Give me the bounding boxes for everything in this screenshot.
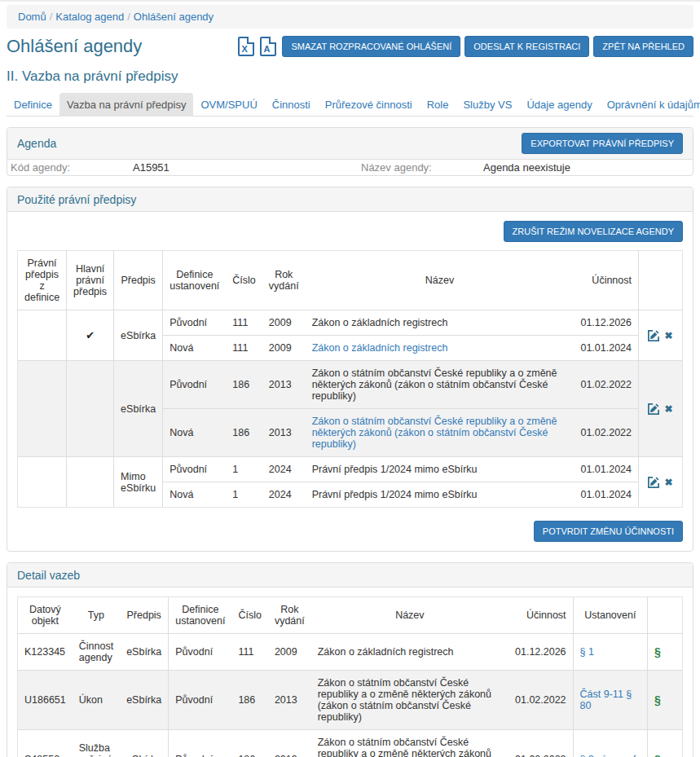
edit-icon[interactable] bbox=[648, 477, 659, 488]
delete-draft-button[interactable]: SMAZAT ROZPRACOVANÉ OHLÁŠENÍ bbox=[282, 36, 460, 57]
tab-role[interactable]: Role bbox=[420, 93, 456, 117]
rok-cell: 2009 bbox=[268, 634, 311, 671]
main-law-cell bbox=[67, 361, 114, 457]
column-header-cislo: Číslo bbox=[231, 597, 267, 634]
section-subtitle: II. Vazba na právní předpisy bbox=[7, 68, 693, 85]
column-header-rok-vydani: Rok vydání bbox=[262, 251, 306, 310]
cislo-cell: 111 bbox=[226, 310, 262, 336]
rok-cell: 2013 bbox=[268, 671, 311, 730]
rok-cell: 2024 bbox=[262, 457, 306, 482]
details-panel-body: Datový objekt Typ Předpis Definice ustan… bbox=[7, 588, 693, 757]
confirm-effectiveness-change-button[interactable]: POTVRDIT ZMĚNU ÚČINNOSTI bbox=[534, 521, 683, 542]
from-definition-cell bbox=[18, 457, 67, 508]
edit-icon[interactable] bbox=[648, 330, 659, 341]
breadcrumb-katalog-link[interactable]: Katalog agend bbox=[55, 11, 124, 23]
agenda-panel-title: Agenda bbox=[17, 137, 56, 150]
regulations-table-header-row: Právní předpis z definice Hlavní právní … bbox=[18, 251, 683, 310]
definice-cell: Nová bbox=[163, 336, 227, 361]
ustanoveni-link[interactable]: Část 9-11 § 80 bbox=[580, 689, 632, 711]
definice-cell: Původní bbox=[169, 730, 232, 757]
ustanoveni-cell: Část 9-11 § 80 bbox=[573, 671, 648, 730]
regulations-panel-title: Použité právní předpisy bbox=[17, 193, 136, 206]
column-header-hlavni-pravni-predpis: Hlavní právní předpis bbox=[67, 251, 114, 310]
predpis-cell: eSbírka bbox=[120, 730, 169, 757]
ustanoveni-link[interactable]: § 1 bbox=[580, 646, 594, 658]
nazev-cell: Zákon o státním občanství České republik… bbox=[306, 409, 575, 457]
table-row: S48552 Služba veřejné správy eSbírka Pův… bbox=[18, 730, 683, 757]
cancel-novelization-button[interactable]: ZRUŠIT REŽIM NOVELIZACE AGENDY bbox=[504, 221, 683, 242]
remove-icon[interactable]: ✖ bbox=[664, 331, 672, 341]
paragraph-icon[interactable]: § bbox=[654, 645, 661, 658]
breadcrumb-separator: / bbox=[124, 11, 134, 23]
column-header-paragraf bbox=[648, 597, 683, 634]
predpis-cell: eSbírka bbox=[114, 361, 163, 457]
cislo-cell: 1 bbox=[226, 457, 262, 482]
column-header-definice-ustanoveni: Definice ustanovení bbox=[163, 251, 227, 310]
agenda-code-label: Kód agendy: bbox=[11, 161, 133, 174]
agenda-name-label: Název agendy: bbox=[361, 161, 483, 174]
tab-ovm-spuu[interactable]: OVM/SPUÚ bbox=[193, 93, 264, 117]
ucinnost-cell: 01.12.2026 bbox=[508, 634, 573, 671]
column-header-ustanoveni: Ustanovení bbox=[573, 597, 648, 634]
row-actions-cell: ✖ bbox=[639, 310, 683, 361]
from-definition-cell bbox=[18, 310, 67, 361]
definice-cell: Původní bbox=[163, 310, 227, 336]
remove-icon[interactable]: ✖ bbox=[664, 404, 672, 414]
header-actions: X A SMAZAT ROZPRACOVANÉ OHLÁŠENÍ ODESLAT… bbox=[238, 36, 693, 57]
from-definition-cell bbox=[18, 361, 67, 457]
typ-cell: Úkon bbox=[73, 671, 120, 730]
ustanoveni-link[interactable]: § 3 písm. c-f bbox=[580, 754, 636, 757]
edit-icon[interactable] bbox=[648, 403, 659, 415]
column-header-nazev: Název bbox=[311, 597, 508, 634]
column-header-ucinnost: Účinnost bbox=[574, 251, 638, 310]
tab-udaje-agendy[interactable]: Údaje agendy bbox=[519, 93, 599, 117]
nazev-link[interactable]: Zákon o státním občanství České republik… bbox=[312, 416, 557, 450]
excel-export-icon[interactable]: X bbox=[238, 37, 254, 56]
cislo-cell: 186 bbox=[231, 730, 267, 757]
details-panel-title: Detail vazeb bbox=[17, 569, 80, 582]
remove-icon[interactable]: ✖ bbox=[664, 478, 672, 487]
export-legal-regulations-button[interactable]: EXPORTOVAT PRÁVNÍ PŘEDPISY bbox=[522, 133, 683, 154]
rok-cell: 2024 bbox=[262, 482, 306, 508]
table-row: Mimo eSbírku Původní 1 2024 Právní předp… bbox=[18, 457, 683, 482]
definice-cell: Původní bbox=[169, 671, 232, 730]
paragraph-icon[interactable]: § bbox=[654, 693, 661, 706]
nazev-cell: Právní předpis 1/2024 mimo eSbírku bbox=[306, 482, 575, 508]
pdf-export-icon[interactable]: A bbox=[260, 37, 276, 56]
definice-cell: Původní bbox=[163, 457, 227, 482]
definice-cell: Nová bbox=[163, 482, 227, 508]
regulations-panel-body: ZRUŠIT REŽIM NOVELIZACE AGENDY Právní př… bbox=[7, 212, 693, 551]
cislo-cell: 1 bbox=[226, 482, 262, 508]
regulations-panel-header: Použité právní předpisy bbox=[7, 187, 693, 212]
ucinnost-cell: 01.02.2022 bbox=[508, 730, 573, 757]
back-overview-button[interactable]: ZPĚT NA PŘEHLED bbox=[593, 36, 693, 57]
tab-definice[interactable]: Definice bbox=[7, 93, 59, 117]
tab-sluzby-vs[interactable]: Služby VS bbox=[456, 93, 519, 117]
column-header-cislo: Číslo bbox=[226, 251, 262, 310]
table-row: U186651 Úkon eSbírka Původní 186 2013 Zá… bbox=[18, 671, 683, 730]
tab-prurezove-cinnosti[interactable]: Průřezové činnosti bbox=[318, 93, 420, 117]
tab-opravneni-k-udajum[interactable]: Oprávnění k údajům bbox=[600, 93, 700, 117]
nazev-cell: Zákon o státním občanství České republik… bbox=[311, 730, 508, 757]
page-header: Ohlášení agendy X A SMAZAT ROZPRACOVANÉ … bbox=[7, 36, 693, 57]
nazev-cell: Zákon o základních registrech bbox=[306, 336, 575, 361]
nazev-link[interactable]: Zákon o základních registrech bbox=[312, 342, 448, 354]
send-registration-button[interactable]: ODESLAT K REGISTRACI bbox=[464, 36, 589, 57]
tab-vazba-pravni-predpisy[interactable]: Vazba na právní předpisy bbox=[59, 93, 193, 117]
paragraf-cell: § bbox=[648, 634, 683, 671]
agenda-panel: Agenda EXPORTOVAT PRÁVNÍ PŘEDPISY Kód ag… bbox=[7, 127, 693, 176]
datovy-objekt-cell: S48552 bbox=[18, 730, 73, 757]
ucinnost-cell: 01.01.2024 bbox=[574, 482, 638, 508]
column-header-datovy-objekt: Datový objekt bbox=[18, 597, 73, 634]
nazev-cell: Zákon o základních registrech bbox=[306, 310, 575, 336]
details-panel-header: Detail vazeb bbox=[7, 563, 693, 588]
regulations-table: Právní předpis z definice Hlavní právní … bbox=[17, 250, 683, 508]
rok-cell: 2013 bbox=[262, 361, 306, 409]
typ-cell: Služba veřejné správy bbox=[73, 730, 120, 757]
tab-cinnosti[interactable]: Činnosti bbox=[265, 93, 318, 117]
paragraph-icon[interactable]: § bbox=[654, 753, 661, 757]
datovy-objekt-cell: U186651 bbox=[18, 671, 73, 730]
breadcrumb-home-link[interactable]: Domů bbox=[18, 11, 46, 23]
page-title: Ohlášení agendy bbox=[7, 36, 142, 57]
predpis-cell: eSbírka bbox=[120, 634, 169, 671]
